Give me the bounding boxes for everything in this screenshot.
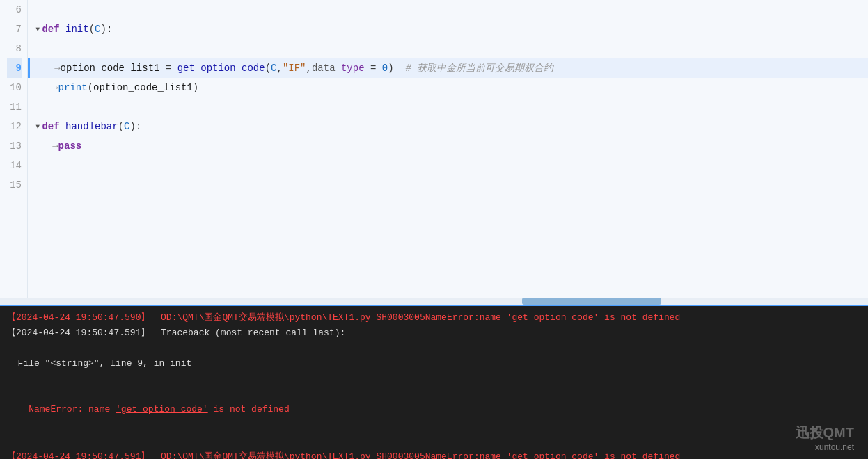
code-line-13: →pass <box>28 136 868 156</box>
code-content[interactable]: ▾def init(C): →option_code_list1 = get_o… <box>28 0 868 305</box>
logo-sub: xuntou.net <box>796 442 854 452</box>
code-line-7: ▾def init(C): <box>28 19 868 39</box>
output-panel: 【2024-04-24 19:50:47.590】 OD:\QMT\国金QMT交… <box>0 306 868 459</box>
line-num-15: 15 <box>7 175 22 195</box>
line-num-13: 13 <box>7 136 22 156</box>
code-line-9: →option_code_list1 = get_option_code(C,"… <box>28 58 868 78</box>
code-line-6 <box>28 0 868 19</box>
line-num-9: 9 <box>7 58 22 78</box>
code-line-8 <box>28 39 868 58</box>
line-num-14: 14 <box>7 156 22 175</box>
line-num-8: 8 <box>7 39 22 58</box>
code-line-14 <box>28 156 868 175</box>
logo-main: 迅投QMT <box>796 424 854 442</box>
output-line-6: NameError: name 'get_option_code' is not… <box>0 387 868 434</box>
code-line-10: →print(option_code_list1) <box>28 78 868 97</box>
code-editor: 6 7 8 9 10 11 12 13 14 15 ▾def init(C): … <box>0 0 868 306</box>
output-line-2: 【2024-04-24 19:50:47.591】 Traceback (mos… <box>0 325 868 341</box>
output-line-5 <box>0 371 868 387</box>
code-line-15 <box>28 175 868 195</box>
output-line-3 <box>0 341 868 356</box>
output-line-1: 【2024-04-24 19:50:47.590】 OD:\QMT\国金QMT交… <box>0 310 868 325</box>
line-num-10: 10 <box>7 78 22 97</box>
output-line-7 <box>0 434 868 449</box>
line-numbers: 6 7 8 9 10 11 12 13 14 15 <box>0 0 28 305</box>
scroll-thumb[interactable] <box>522 298 661 305</box>
horizontal-scrollbar[interactable] <box>0 298 868 305</box>
line-num-12: 12 <box>7 117 22 136</box>
line-num-6: 6 <box>7 0 22 19</box>
line-num-7: 7 <box>7 19 22 39</box>
output-line-4: File "<string>", line 9, in init <box>0 356 868 371</box>
line-num-11: 11 <box>7 97 22 117</box>
logo-area: 迅投QMT xuntou.net <box>796 424 854 452</box>
code-line-12: ▾def handlebar(C): <box>28 117 868 136</box>
output-line-8: 【2024-04-24 19:50:47.591】 OD:\QMT\国金QMT交… <box>0 449 868 459</box>
code-line-11 <box>28 97 868 117</box>
